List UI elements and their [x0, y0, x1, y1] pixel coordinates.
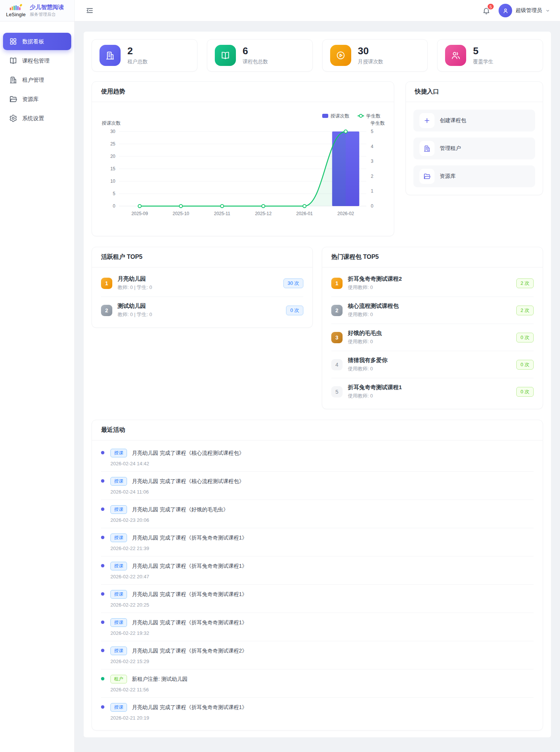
activity-row: 授课 月亮幼儿园 完成了课程《折耳兔奇奇测试课程1》 2026-02-22 20… — [101, 585, 534, 613]
stats-row: 2 租户总数 6 课程包总数 30 月授课次数 5 覆盖学生 — [92, 39, 543, 72]
quick-item-label: 管理租户 — [440, 145, 461, 152]
chevron-down-icon — [545, 8, 550, 13]
activity-row: 授课 月亮幼儿园 完成了课程《折耳兔奇奇测试课程1》 2026-02-22 19… — [101, 613, 534, 641]
hot-packages-card: 热门课程包 TOP5 1 折耳兔奇奇测试课程2 使用教师: 0 2 次 2 核心… — [322, 247, 543, 409]
count-badge: 2 次 — [516, 306, 534, 315]
main-content: 2 租户总数 6 课程包总数 30 月授课次数 5 覆盖学生 使用趋势 0510… — [75, 21, 560, 752]
activity-row: 授课 月亮幼儿园 完成了课程《好饿的毛毛虫》 2026-02-23 20:06 — [101, 500, 534, 528]
activity-time: 2026-02-22 20:25 — [110, 602, 534, 608]
sidebar: 数据看板 课程包管理 租户管理 资源库 系统设置 — [0, 21, 75, 752]
activity-dot — [101, 536, 104, 539]
svg-text:2025-10: 2025-10 — [173, 211, 189, 216]
user-menu[interactable]: 超级管理员 — [499, 4, 550, 17]
quick-item-resources[interactable]: 资源库 — [413, 165, 535, 187]
stat-label: 覆盖学生 — [473, 58, 493, 65]
notification-badge: 5 — [487, 3, 494, 10]
sidebar-collapse-button[interactable] — [84, 5, 95, 16]
count-badge: 2 次 — [516, 278, 534, 288]
section-title: 热门课程包 TOP5 — [322, 247, 543, 267]
section-title: 快捷入口 — [406, 82, 543, 102]
brand: LeSingle 少儿智慧阅读 服务管理后台 — [0, 0, 75, 21]
item-name: 月亮幼儿园 — [118, 275, 278, 283]
item-meta: 使用教师: 0 — [348, 365, 511, 372]
sidebar-item-dashboard[interactable]: 数据看板 — [3, 33, 71, 50]
activity-text: 月亮幼儿园 完成了课程《折耳兔奇奇测试课程1》 — [132, 619, 247, 626]
activity-type-badge: 授课 — [110, 477, 127, 486]
activity-dot — [101, 705, 104, 709]
svg-text:学生数: 学生数 — [371, 121, 385, 126]
quick-item-label: 资源库 — [440, 173, 456, 180]
svg-text:20: 20 — [110, 154, 116, 159]
list-item: 2 核心流程测试课程包 使用教师: 0 2 次 — [331, 297, 534, 324]
svg-text:学生数: 学生数 — [366, 113, 381, 119]
section-title: 最近活动 — [92, 420, 543, 440]
section-title: 活跃租户 TOP5 — [92, 247, 312, 267]
sidebar-item-settings[interactable]: 系统设置 — [3, 110, 71, 127]
gear-icon — [9, 114, 17, 122]
quick-item-manage-tenants[interactable]: 管理租户 — [413, 138, 535, 159]
activity-text: 月亮幼儿园 完成了课程《好饿的毛毛虫》 — [132, 506, 228, 513]
rank-badge: 4 — [331, 359, 343, 370]
rank-badge: 1 — [101, 278, 112, 289]
activity-dot — [101, 621, 104, 624]
activity-time: 2026-02-21 20:19 — [110, 715, 534, 721]
svg-text:0: 0 — [113, 203, 115, 209]
top-header: LeSingle 少儿智慧阅读 服务管理后台 5 — [0, 0, 560, 21]
activity-text: 月亮幼儿园 完成了课程《核心流程测试课程包》 — [132, 478, 244, 485]
activity-dot — [101, 677, 104, 680]
stat-card-packages: 6 课程包总数 — [207, 39, 313, 72]
list-item: 4 猜猜我有多爱你 使用教师: 0 0 次 — [331, 351, 534, 378]
activity-time: 2026-02-22 15:29 — [110, 659, 534, 664]
rank-badge: 5 — [331, 386, 343, 397]
activity-dot — [101, 564, 104, 567]
activity-row: 授课 月亮幼儿园 完成了课程《折耳兔奇奇测试课程1》 2026-02-22 20… — [101, 556, 534, 585]
rank-badge: 3 — [331, 332, 343, 343]
list-item: 2 测试幼儿园 教师: 0 | 学生: 0 0 次 — [101, 297, 303, 324]
dashboard-icon — [9, 37, 17, 46]
folder-icon — [9, 95, 17, 103]
rank-badge: 2 — [101, 305, 112, 316]
stat-value: 2 — [127, 46, 148, 57]
activity-type-badge: 授课 — [110, 703, 127, 712]
sidebar-item-tenants[interactable]: 租户管理 — [3, 71, 71, 89]
quick-item-create-package[interactable]: 创建课程包 — [413, 110, 535, 131]
item-meta: 使用教师: 0 — [348, 284, 511, 291]
stat-value: 30 — [358, 46, 384, 57]
svg-text:10: 10 — [110, 179, 116, 184]
logo-bars-icon — [9, 4, 23, 11]
svg-text:0: 0 — [371, 203, 373, 209]
sidebar-item-resources[interactable]: 资源库 — [3, 90, 71, 108]
active-tenants-card: 活跃租户 TOP5 1 月亮幼儿园 教师: 0 | 学生: 0 30 次 2 测… — [92, 247, 313, 328]
item-name: 折耳兔奇奇测试课程1 — [348, 384, 511, 391]
activity-row: 授课 月亮幼儿园 完成了课程《核心流程测试课程包》 2026-02-24 11:… — [101, 472, 534, 500]
activity-dot — [101, 649, 104, 652]
activity-dot — [101, 507, 104, 511]
activity-text: 月亮幼儿园 完成了课程《折耳兔奇奇测试课程2》 — [132, 648, 247, 654]
list-item: 1 月亮幼儿园 教师: 0 | 学生: 0 30 次 — [101, 270, 303, 297]
activity-type-badge: 授课 — [110, 647, 127, 655]
activity-dot — [101, 479, 104, 483]
svg-text:1: 1 — [371, 188, 373, 194]
app-subtitle: 服务管理后台 — [30, 12, 64, 17]
quick-item-label: 创建课程包 — [440, 117, 466, 124]
activity-type-badge: 授课 — [110, 590, 127, 599]
user-name: 超级管理员 — [516, 7, 542, 14]
stat-label: 课程包总数 — [243, 58, 268, 65]
usage-trend-card: 使用趋势 051015202530012345授课次数学生数2025-09202… — [92, 81, 394, 236]
svg-text:25: 25 — [110, 141, 116, 147]
activity-row: 授课 月亮幼儿园 完成了课程《折耳兔奇奇测试课程1》 2026-02-22 21… — [101, 528, 534, 556]
sidebar-item-course-packages[interactable]: 课程包管理 — [3, 52, 71, 69]
notification-button[interactable]: 5 — [481, 6, 491, 15]
book-icon — [215, 45, 236, 66]
activity-type-badge: 授课 — [110, 618, 127, 627]
section-title: 使用趋势 — [92, 82, 394, 102]
stat-card-tenants: 2 租户总数 — [92, 39, 197, 72]
quick-access-card: 快捷入口 创建课程包 管理租户 资源库 — [405, 81, 543, 195]
activity-type-badge: 授课 — [110, 562, 127, 570]
svg-text:5: 5 — [113, 191, 115, 196]
list-item: 1 折耳兔奇奇测试课程2 使用教师: 0 2 次 — [331, 270, 534, 297]
stat-label: 租户总数 — [127, 58, 148, 65]
activity-text: 月亮幼儿园 完成了课程《折耳兔奇奇测试课程1》 — [132, 535, 247, 541]
svg-text:2026-02: 2026-02 — [337, 211, 354, 216]
activity-type-badge: 授课 — [110, 533, 127, 542]
